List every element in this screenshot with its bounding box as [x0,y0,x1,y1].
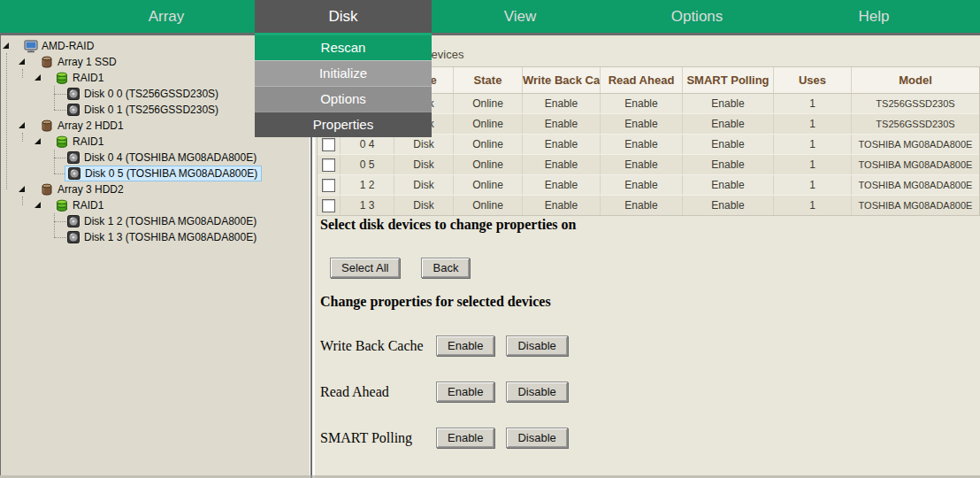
tree-item[interactable]: RAID1 [1,197,310,213]
table-cell-state: Online [454,114,523,134]
table-cell-smart: Enable [683,135,774,154]
menu-item-initialize[interactable]: Initialize [255,60,432,86]
table-cell-wbc: Enable [523,94,601,113]
menu-tab-array[interactable]: Array [78,0,255,33]
row-checkbox[interactable] [322,158,335,172]
tree-node[interactable]: RAID1 [53,70,107,86]
disk-icon [66,150,80,165]
read-ahead-disable-button[interactable]: Disable [506,382,567,402]
tree-node[interactable]: Disk 0 1 (TS256GSSD230S) [65,102,222,118]
menu-item-properties[interactable]: Properties [255,112,432,137]
smart-polling-row: SMART Polling Enable Disable [320,428,579,448]
tree-node[interactable]: Array 3 HDD2 [38,181,127,197]
table-cell-model: TS256GSSD230S [852,94,979,113]
checkbox-cell [318,135,341,154]
tree-node[interactable]: Disk 0 5 (TOSHIBA MG08ADA800E) [65,166,262,181]
table-cell-ra: Enable [601,114,683,134]
tree-item-label: Disk 0 4 (TOSHIBA MG08ADA800E) [84,151,256,164]
expand-arrow-icon[interactable] [34,138,41,144]
tree-node[interactable]: Disk 1 3 (TOSHIBA MG08ADA800E) [65,229,260,245]
table-cell-type: Disk [394,175,454,195]
table-cell-wbc: Enable [523,196,601,215]
disk-menu-dropdown: Rescan Initialize Options Properties [255,33,432,137]
expand-arrow-icon[interactable] [19,122,25,128]
tree-item-label: RAID1 [73,199,103,212]
column-header: State [454,67,523,93]
disk-icon [66,214,80,228]
tree-node[interactable]: Disk 0 4 (TOSHIBA MG08ADA800E) [65,150,260,166]
change-properties-heading: Change properties for selected devices [320,294,551,310]
table-cell-state: Online [454,155,523,174]
select-all-button[interactable]: Select All [330,258,400,278]
table-cell-model: TOSHIBA MG08ADA800E [852,155,979,174]
menu-item-rescan[interactable]: Rescan [255,35,432,60]
column-header: Uses [774,67,852,93]
column-header: Read Ahead [601,67,683,93]
read-ahead-enable-button[interactable]: Enable [436,382,494,402]
action-button-row: Select All Back [330,258,470,278]
checkbox-cell [318,196,341,215]
tree-item-label: RAID1 [73,72,103,84]
expand-arrow-icon[interactable] [3,42,9,49]
menu-item-options[interactable]: Options [255,86,432,112]
row-checkbox[interactable] [322,199,335,212]
smart-polling-enable-button[interactable]: Enable [436,428,494,448]
tree-item[interactable]: Disk 1 2 (TOSHIBA MG08ADA800E) [1,213,310,229]
tree-node[interactable]: AMD-RAID [22,38,97,54]
table-cell-wbc: Enable [523,155,601,174]
tree-item-label: RAID1 [73,135,103,148]
read-ahead-label: Read Ahead [320,384,436,400]
menu-tab-help[interactable]: Help [785,0,962,33]
row-checkbox[interactable] [322,138,335,151]
table-cell-type: Disk [394,196,454,215]
disk-icon [67,166,81,181]
tree-node[interactable]: RAID1 [53,197,107,213]
write-back-cache-label: Write Back Cache [320,338,436,354]
table-cell-state: Online [454,196,523,215]
array-icon [40,182,54,197]
menu-tab-view[interactable]: View [432,0,609,33]
table-cell-model: TS256GSSD230S [852,114,979,134]
tree-node[interactable]: Array 2 HDD1 [38,118,127,134]
expand-arrow-icon[interactable] [34,74,41,81]
table-cell-smart: Enable [683,114,774,134]
back-button[interactable]: Back [421,258,470,278]
menu-tab-disk[interactable]: Disk [255,0,432,33]
tree-item-label: Array 1 SSD [57,56,117,68]
tree-item[interactable]: Disk 0 4 (TOSHIBA MG08ADA800E) [1,150,310,166]
write-back-cache-disable-button[interactable]: Disable [506,335,567,356]
tree-item[interactable]: Array 3 HDD2 [1,181,310,197]
table-cell-wbc: Enable [523,135,601,154]
row-checkbox[interactable] [322,179,335,192]
tree-node[interactable]: Disk 0 0 (TS256GSSD230S) [65,86,222,102]
raid-icon [55,71,69,85]
table-cell-ra: Enable [601,135,683,154]
table-cell-ra: Enable [601,196,683,215]
disk-icon [66,230,80,244]
expand-arrow-icon[interactable] [34,202,41,208]
table-cell-ra: Enable [601,175,683,195]
table-cell-ra: Enable [601,155,683,174]
table-row: 1 3DiskOnlineEnableEnableEnable1TOSHIBA … [318,196,979,215]
table-cell-device: 0 4 [341,135,394,154]
table-cell-smart: Enable [683,196,774,215]
tree-item[interactable]: Disk 0 5 (TOSHIBA MG08ADA800E) [1,166,310,181]
tree-node[interactable]: RAID1 [53,134,107,150]
tree-node[interactable]: Disk 1 2 (TOSHIBA MG08ADA800E) [65,213,260,229]
menu-tab-options[interactable]: Options [609,0,785,33]
checkbox-cell [318,175,341,195]
table-cell-wbc: Enable [523,114,601,134]
smart-polling-disable-button[interactable]: Disable [506,428,567,448]
tree-item-label: Array 2 HDD1 [57,120,124,132]
tree-item[interactable]: Disk 1 3 (TOSHIBA MG08ADA800E) [1,229,310,245]
tree-item-label: AMD-RAID [42,40,94,52]
table-cell-uses: 1 [774,155,852,174]
expand-arrow-icon[interactable] [19,186,25,192]
table-cell-device: 1 3 [341,196,394,215]
table-cell-model: TOSHIBA MG08ADA800E [852,135,979,154]
write-back-cache-enable-button[interactable]: Enable [436,335,494,356]
expand-arrow-icon[interactable] [19,58,25,65]
table-cell-model: TOSHIBA MG08ADA800E [852,196,979,215]
table-cell-uses: 1 [774,196,852,215]
tree-node[interactable]: Array 1 SSD [38,54,120,70]
